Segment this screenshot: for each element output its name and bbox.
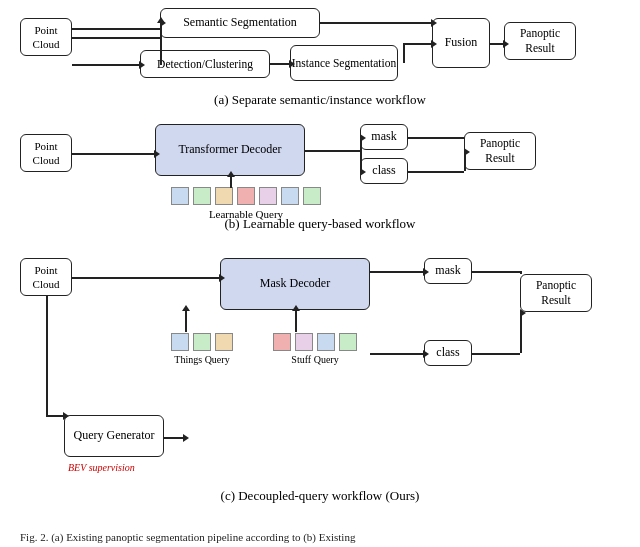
arrow-a-to-sem xyxy=(160,22,161,24)
qbox-b-3 xyxy=(215,187,233,205)
arrow-b-trans-split xyxy=(305,150,360,152)
box-b-point-cloud: Point Cloud xyxy=(20,134,72,172)
qbox-b-6 xyxy=(281,187,299,205)
qbox-b-1 xyxy=(171,187,189,205)
box-a-point-cloud: Point Cloud xyxy=(20,18,72,56)
stuff-query-container: Stuff Query xyxy=(272,332,358,365)
box-c-query-generator: Query Generator xyxy=(64,415,164,457)
box-c-mask: mask xyxy=(424,258,472,284)
caption-c: (c) Decoupled-query workflow (Ours) xyxy=(20,488,620,504)
arrow-a-pc-right xyxy=(72,37,160,39)
qbox-c-things-1 xyxy=(171,333,189,351)
qbox-c-stuff-4 xyxy=(339,333,357,351)
box-a-result: Panoptic Result xyxy=(504,22,576,60)
box-a-fusion: Fusion xyxy=(432,18,490,68)
arrow-c-stuff-up xyxy=(295,310,297,332)
arrow-a-fusion-result xyxy=(490,43,504,45)
arrow-c-class-v-up xyxy=(520,312,522,353)
caption-a: (a) Separate semantic/instance workflow xyxy=(20,92,620,108)
box-b-class: class xyxy=(360,158,408,184)
qbox-b-4 xyxy=(237,187,255,205)
learnable-query-container: Learnable Query xyxy=(170,186,322,220)
arrow-a1 xyxy=(72,28,160,30)
box-a-instance-seg: Instance Segmentation xyxy=(290,45,398,81)
arrow-a-junction-down xyxy=(160,37,162,65)
qbox-c-things-3 xyxy=(215,333,233,351)
arrow-c-things-up xyxy=(185,310,187,332)
arrow-a-sem-fusion2 xyxy=(320,22,432,24)
things-query-label: Things Query xyxy=(174,354,229,365)
arrow-b-to-mask xyxy=(360,137,361,139)
arrow-c-class-join2 xyxy=(520,312,521,314)
qbox-b-2 xyxy=(193,187,211,205)
arrow-b-query-up xyxy=(230,176,232,188)
box-b-transformer: Transformer Decoder xyxy=(155,124,305,176)
arrow-c-qg-things xyxy=(164,437,184,439)
arrow-b-pc-trans xyxy=(72,153,155,155)
qbox-c-things-2 xyxy=(193,333,211,351)
qbox-c-stuff-3 xyxy=(317,333,335,351)
caption-b: (b) Learnable query-based workflow xyxy=(20,216,620,232)
page: Point Cloud Semantic Segmentation Detect… xyxy=(0,0,640,547)
arrow-b-class-result xyxy=(408,171,464,173)
qbox-c-stuff-2 xyxy=(295,333,313,351)
arrow-c-mask-result-h xyxy=(472,271,520,273)
arrow-c-mask-v xyxy=(520,271,522,274)
qbox-c-stuff-1 xyxy=(273,333,291,351)
arrow-a-inst-fusion xyxy=(403,43,432,45)
arrow-b-to-class xyxy=(360,171,361,173)
arrow-c-to-class xyxy=(370,353,424,355)
box-c-point-cloud: Point Cloud xyxy=(20,258,72,296)
arrow-c-down-qg xyxy=(46,415,64,417)
bev-supervision-label: BEV supervision xyxy=(68,462,135,473)
stuff-query-label: Stuff Query xyxy=(291,354,338,365)
box-b-result: Panoptic Result xyxy=(464,132,536,170)
qbox-b-7 xyxy=(303,187,321,205)
box-c-class: class xyxy=(424,340,472,366)
qbox-b-5 xyxy=(259,187,277,205)
arrow-a3 xyxy=(72,64,140,66)
arrow-b-join-result xyxy=(464,151,465,153)
box-a-semantic-seg: Semantic Segmentation xyxy=(160,8,320,38)
box-c-result: Panoptic Result xyxy=(520,274,592,312)
box-c-mask-decoder: Mask Decoder xyxy=(220,258,370,310)
arrow-c-class-h xyxy=(472,353,520,355)
arrow-c-pc-md xyxy=(72,277,220,279)
arrow-c-pc-down xyxy=(46,296,48,415)
fig-caption: Fig. 2. (a) Existing panoptic segmentati… xyxy=(20,531,620,543)
arrow-a-det-inst xyxy=(270,63,290,65)
arrow-a-inst-up xyxy=(403,43,405,63)
things-query-container: Things Query xyxy=(170,332,234,365)
arrow-c-md-mask xyxy=(370,271,424,273)
box-b-mask: mask xyxy=(360,124,408,150)
arrow-b-mask-result xyxy=(408,137,464,139)
